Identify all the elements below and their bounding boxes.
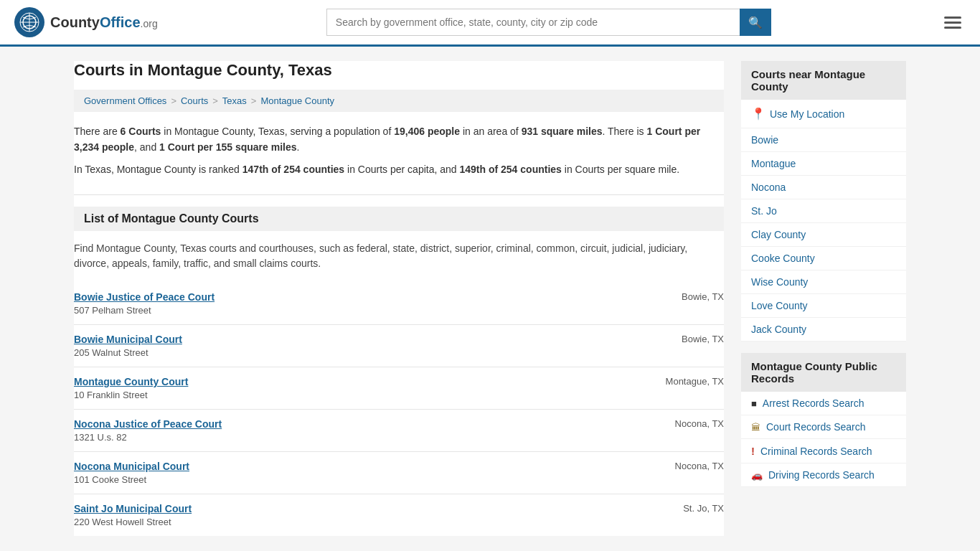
- sidebar-item-nocona[interactable]: Nocona: [741, 176, 906, 199]
- court-location: Nocona, TX: [675, 418, 724, 429]
- list-item: Cooke County: [741, 247, 906, 270]
- list-item: ! Criminal Records Search: [741, 439, 906, 463]
- court-records-link[interactable]: Court Records Search: [766, 421, 866, 433]
- list-item: ■ Arrest Records Search: [741, 392, 906, 415]
- rank-sqmile: 149th of 254 counties: [459, 164, 561, 175]
- court-info: Montague County Court 10 Franklin Street: [74, 376, 188, 400]
- criminal-records-link[interactable]: Criminal Records Search: [760, 446, 872, 457]
- site-header: CountyOffice.org 🔍: [0, 0, 980, 47]
- criminal-icon: !: [751, 445, 755, 457]
- sidebar-item-montague[interactable]: Montague: [741, 152, 906, 175]
- sidebar-public-records: Montague County Public Records ■ Arrest …: [741, 353, 906, 487]
- breadcrumb-courts[interactable]: Courts: [181, 95, 208, 106]
- info-text-1: There are 6 Courts in Montague County, T…: [74, 123, 724, 156]
- sidebar-item-love-county[interactable]: Love County: [741, 294, 906, 317]
- menu-button[interactable]: [940, 12, 966, 33]
- court-name[interactable]: Saint Jo Municipal Court: [74, 503, 192, 514]
- court-info: Bowie Justice of Peace Court 507 Pelham …: [74, 291, 215, 316]
- breadcrumb-texas[interactable]: Texas: [222, 95, 247, 106]
- court-location: St. Jo, TX: [683, 503, 724, 514]
- court-count: 6 Courts: [121, 126, 161, 137]
- breadcrumb-sep: >: [171, 95, 176, 106]
- arrest-records-link[interactable]: Arrest Records Search: [763, 397, 864, 409]
- search-icon: 🔍: [748, 16, 763, 29]
- list-item: Clay County: [741, 223, 906, 247]
- list-item: 🏛 Court Records Search: [741, 415, 906, 439]
- list-item: Montague: [741, 152, 906, 176]
- breadcrumb-sep: >: [251, 95, 257, 106]
- sidebar-item-bowie[interactable]: Bowie: [741, 128, 906, 151]
- court-address: 1321 U.s. 82: [74, 432, 222, 443]
- court-name[interactable]: Bowie Justice of Peace Court: [74, 291, 215, 303]
- search-input[interactable]: [326, 9, 740, 36]
- breadcrumb: Government Offices > Courts > Texas > Mo…: [74, 90, 724, 112]
- court-info: Saint Jo Municipal Court 220 West Howell…: [74, 503, 192, 527]
- search-area: 🔍: [326, 9, 771, 36]
- table-row: Bowie Justice of Peace Court 507 Pelham …: [74, 283, 724, 325]
- content-area: Courts in Montague County, Texas Governm…: [74, 61, 724, 536]
- court-address: 220 West Howell Street: [74, 517, 192, 527]
- court-icon: 🏛: [751, 422, 760, 433]
- court-name[interactable]: Nocona Municipal Court: [74, 461, 189, 472]
- logo-text: CountyOffice.org: [50, 14, 158, 31]
- logo-area: CountyOffice.org: [14, 7, 158, 37]
- breadcrumb-sep: >: [212, 95, 218, 106]
- court-location: Montague, TX: [666, 376, 724, 387]
- courts-nearby-header: Courts near Montague County: [741, 61, 906, 100]
- menu-icon-bar: [944, 17, 961, 19]
- breadcrumb-gov-offices[interactable]: Government Offices: [84, 95, 166, 106]
- court-address: 101 Cooke Street: [74, 474, 189, 485]
- list-item: Bowie: [741, 128, 906, 152]
- table-row: Bowie Municipal Court 205 Walnut Street …: [74, 325, 724, 367]
- breadcrumb-montague-county[interactable]: Montague County: [260, 95, 334, 106]
- sidebar-item-cooke-county[interactable]: Cooke County: [741, 247, 906, 270]
- list-section-header: List of Montague County Courts: [74, 207, 724, 231]
- table-row: Nocona Justice of Peace Court 1321 U.s. …: [74, 410, 724, 452]
- public-records-header: Montague County Public Records: [741, 353, 906, 392]
- court-location: Bowie, TX: [682, 291, 724, 302]
- court-info: Bowie Municipal Court 205 Walnut Street: [74, 334, 182, 358]
- sidebar-item-clay-county[interactable]: Clay County: [741, 223, 906, 246]
- nearby-links-list: Bowie Montague Nocona St. Jo Clay County…: [741, 128, 906, 342]
- area: 931 square miles: [522, 126, 603, 137]
- sidebar: Courts near Montague County 📍 Use My Loc…: [741, 61, 906, 536]
- public-records-list: ■ Arrest Records Search 🏛 Court Records …: [741, 392, 906, 487]
- info-text-2: In Texas, Montague County is ranked 147t…: [74, 161, 724, 177]
- list-item: Wise County: [741, 270, 906, 294]
- table-row: Nocona Municipal Court 101 Cooke Street …: [74, 452, 724, 494]
- table-row: Saint Jo Municipal Court 220 West Howell…: [74, 494, 724, 536]
- rank-capita: 147th of 254 counties: [242, 164, 344, 175]
- population: 19,406 people: [394, 126, 460, 137]
- location-pin-icon: 📍: [751, 107, 765, 121]
- court-info: Nocona Justice of Peace Court 1321 U.s. …: [74, 418, 222, 443]
- court-name[interactable]: Bowie Municipal Court: [74, 334, 182, 345]
- courts-list: Bowie Justice of Peace Court 507 Pelham …: [74, 283, 724, 536]
- list-description: Find Montague County, Texas courts and c…: [74, 241, 724, 271]
- table-row: Montague County Court 10 Franklin Street…: [74, 367, 724, 410]
- court-address: 507 Pelham Street: [74, 305, 215, 316]
- use-my-location-label: Use My Location: [770, 108, 844, 120]
- sidebar-item-st-jo[interactable]: St. Jo: [741, 199, 906, 222]
- sidebar-courts-nearby: Courts near Montague County 📍 Use My Loc…: [741, 61, 906, 342]
- list-item: Nocona: [741, 176, 906, 199]
- per-sqmile: 1 Court per 155 square miles: [159, 141, 296, 153]
- court-name[interactable]: Nocona Justice of Peace Court: [74, 418, 222, 430]
- list-item: Jack County: [741, 318, 906, 342]
- menu-icon-bar: [944, 27, 961, 29]
- court-location: Nocona, TX: [675, 461, 724, 471]
- list-item: St. Jo: [741, 199, 906, 223]
- court-info: Nocona Municipal Court 101 Cooke Street: [74, 461, 189, 485]
- logo-icon: [14, 7, 44, 37]
- sidebar-item-wise-county[interactable]: Wise County: [741, 270, 906, 293]
- info-block: There are 6 Courts in Montague County, T…: [74, 123, 724, 195]
- court-address: 205 Walnut Street: [74, 347, 182, 358]
- list-item: 🚗 Driving Records Search: [741, 463, 906, 487]
- driving-records-link[interactable]: Driving Records Search: [768, 469, 875, 481]
- use-my-location[interactable]: 📍 Use My Location: [741, 100, 906, 128]
- court-location: Bowie, TX: [682, 334, 724, 344]
- search-button[interactable]: 🔍: [740, 9, 771, 36]
- list-item: Love County: [741, 294, 906, 318]
- court-name[interactable]: Montague County Court: [74, 376, 188, 387]
- sidebar-item-jack-county[interactable]: Jack County: [741, 318, 906, 341]
- main-container: Courts in Montague County, Texas Governm…: [60, 47, 920, 550]
